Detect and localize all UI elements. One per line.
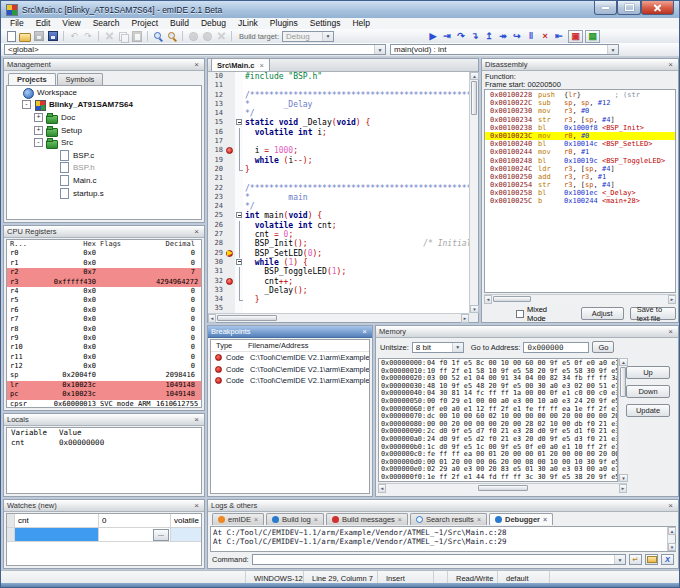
- reset-debugger-button[interactable]: ⇤: [552, 30, 566, 42]
- disassembly-line[interactable]: 0x0010024Cldrr3, [sp, #4]: [485, 165, 675, 173]
- breakpoint-margin[interactable]: [225, 304, 235, 313]
- tree-item-bsp-h[interactable]: BSP.h: [7, 162, 201, 175]
- tab-symbols[interactable]: Symbols: [57, 73, 104, 85]
- find-in-files-button[interactable]: [166, 30, 179, 42]
- menu-item-help[interactable]: Help: [346, 18, 375, 29]
- menu-item-jlink[interactable]: JLink: [232, 18, 264, 29]
- code-line[interactable]: 25int main(void) {: [208, 211, 469, 220]
- disassembly-line[interactable]: 0x00100228push{lr} ; (str: [485, 91, 675, 99]
- code-line[interactable]: 29 BSP_SetLED(0);: [208, 249, 469, 258]
- disassembly-line[interactable]: 0x0010022Csubsp, sp, #12: [485, 99, 675, 107]
- save-to-text-file-button[interactable]: Save to text file: [630, 307, 676, 320]
- find-button[interactable]: [152, 30, 165, 42]
- debugging-windows-button[interactable]: ▣: [568, 30, 583, 43]
- update-button[interactable]: Update: [626, 404, 670, 417]
- tree-item-bsp-c[interactable]: BSP.c: [7, 149, 201, 162]
- breakpoint-margin[interactable]: [225, 193, 235, 202]
- code-line[interactable]: 16 volatile int i;: [208, 128, 469, 137]
- run-command-button[interactable]: ↵: [629, 554, 642, 565]
- watch-new-entry-row[interactable]: ...: [7, 528, 201, 542]
- breakpoint-margin[interactable]: [225, 184, 235, 193]
- breakpoints-panel-header[interactable]: Breakpoints ×: [208, 326, 372, 338]
- disassembly-horizontal-scrollbar[interactable]: ◄ ►: [484, 294, 676, 303]
- tab-projects[interactable]: Projects: [8, 73, 56, 85]
- disassembly-line[interactable]: 0x00100244movr0, #1: [485, 148, 675, 156]
- code-line[interactable]: 13* _Delay: [208, 100, 469, 109]
- log-tab-build-messages[interactable]: Build messages×: [326, 513, 408, 525]
- current-line-breakpoint-marker[interactable]: [225, 249, 235, 258]
- scroll-right-arrow[interactable]: ►: [461, 314, 469, 323]
- menu-item-plugins[interactable]: Plugins: [264, 18, 304, 29]
- breakpoint-margin[interactable]: [225, 239, 235, 248]
- scrollbar-thumb[interactable]: [493, 296, 531, 302]
- editor-vertical-scrollbar[interactable]: ▲ ▼: [469, 72, 478, 313]
- close-panel-icon[interactable]: ×: [192, 415, 201, 425]
- code-line[interactable]: 33 _Delay();: [208, 286, 469, 295]
- register-row[interactable]: r20x77: [7, 268, 201, 277]
- scrollbar-thumb[interactable]: [217, 315, 277, 321]
- breakpoint-row[interactable]: CodeC:\Tool\C\emIDE V2.1\arm\Example\Ven…: [211, 375, 369, 387]
- clear-command-button[interactable]: X: [661, 554, 674, 565]
- breakpoint-margin[interactable]: [225, 156, 235, 165]
- memory-horizontal-scrollbar[interactable]: ◄ ►: [378, 483, 627, 492]
- save-button[interactable]: [33, 30, 46, 42]
- maximize-button[interactable]: [617, 1, 641, 15]
- tree-item-src[interactable]: -Src: [7, 136, 201, 149]
- disassembly-line[interactable]: 0x00100250addr3, r3, #1: [485, 173, 675, 181]
- disassembly-line[interactable]: 0x00100230movr3, #0: [485, 107, 675, 115]
- code-line[interactable]: 31 BSP_ToggleLED(1);: [208, 267, 469, 276]
- scroll-down-arrow[interactable]: ▼: [619, 474, 628, 482]
- breakpoint-margin[interactable]: [225, 202, 235, 211]
- close-tab-icon[interactable]: ×: [254, 516, 258, 523]
- code-line[interactable]: 11: [208, 81, 469, 90]
- code-line[interactable]: 30 while (1) {: [208, 258, 469, 267]
- step-into-button[interactable]: ↴: [468, 30, 482, 42]
- tree-item-startup-s[interactable]: startup.s: [7, 187, 201, 200]
- close-tab-icon[interactable]: ×: [398, 516, 402, 523]
- register-row[interactable]: sp0x2004f02098416: [7, 371, 201, 380]
- disassembly-panel-header[interactable]: Disassembly ×: [482, 59, 678, 71]
- code-line[interactable]: 14*/: [208, 109, 469, 118]
- disassembly-line[interactable]: 0x00100258bl0x1001ec <_Delay>: [485, 189, 675, 197]
- breakpoint-margin[interactable]: [225, 295, 235, 304]
- register-row[interactable]: r90x00: [7, 334, 201, 343]
- collapse-icon[interactable]: -: [22, 100, 31, 109]
- scroll-left-arrow[interactable]: ◄: [484, 295, 492, 304]
- register-row[interactable]: r70x00: [7, 315, 201, 324]
- register-row[interactable]: r110x00: [7, 353, 201, 362]
- expand-icon[interactable]: +: [34, 113, 43, 122]
- code-line[interactable]: 34 }: [208, 295, 469, 304]
- menu-item-file[interactable]: File: [4, 18, 30, 29]
- disassembly-line[interactable]: 0x00100240bl0x10014c <BSP_SetLED>: [485, 140, 675, 148]
- title-bar[interactable]: Src\Main.c [Blinky_AT91SAM7S64] - emIDE …: [1, 1, 679, 19]
- tab-src-main-c[interactable]: Src\Main.c ×: [211, 58, 270, 71]
- run-to-cursor-button[interactable]: ⇥: [440, 30, 454, 42]
- scroll-right-arrow[interactable]: ►: [619, 484, 627, 493]
- paste-button[interactable]: [131, 30, 144, 42]
- menu-item-settings[interactable]: Settings: [304, 18, 347, 29]
- log-tab-search-results[interactable]: Search results×: [410, 513, 487, 525]
- editor-horizontal-scrollbar[interactable]: ◄ ►: [208, 313, 469, 322]
- scroll-down-arrow[interactable]: ▼: [470, 305, 479, 313]
- abort-build-button[interactable]: [215, 30, 228, 42]
- breakpoint-margin[interactable]: [225, 230, 235, 239]
- code-line[interactable]: 20}: [208, 165, 469, 174]
- close-panel-icon[interactable]: ×: [666, 327, 675, 337]
- menu-item-project[interactable]: Project: [126, 18, 164, 29]
- breakpoint-margin[interactable]: [225, 137, 235, 146]
- breakpoint-margin[interactable]: [225, 81, 235, 90]
- code-line[interactable]: 32 cnt++;: [208, 277, 469, 286]
- code-line[interactable]: 18 i = 1000;: [208, 146, 469, 155]
- code-line[interactable]: 28 BSP_Init(); /* Initiali: [208, 239, 469, 248]
- next-line-button[interactable]: ↷: [454, 30, 468, 42]
- breakpoint-margin[interactable]: [225, 267, 235, 276]
- down-button[interactable]: Down: [626, 385, 670, 398]
- menu-item-view[interactable]: View: [56, 18, 86, 29]
- register-row[interactable]: r50x00: [7, 296, 201, 305]
- scroll-up-arrow[interactable]: ▲: [470, 72, 479, 80]
- code-editor[interactable]: 10#include "BSP.h"1112/*****************…: [208, 72, 469, 313]
- disassembly-line[interactable]: 0x00100254strr3, [sp, #4]: [485, 181, 675, 189]
- register-row[interactable]: lr0x10023c1049148: [7, 381, 201, 390]
- breakpoint-margin[interactable]: [225, 286, 235, 295]
- next-instruction-button[interactable]: ↠: [496, 30, 510, 42]
